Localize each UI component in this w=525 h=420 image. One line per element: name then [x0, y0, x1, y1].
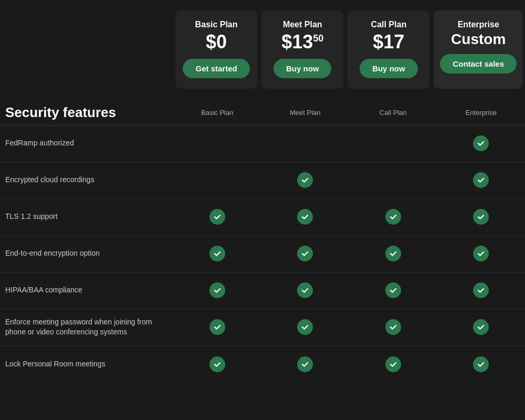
feature-cell-enterprise: [437, 349, 526, 380]
plan-header-call: Call Plan $17 Buy now: [348, 10, 429, 89]
feature-name: TLS 1.2 support: [0, 204, 173, 229]
check-icon: [209, 356, 225, 372]
plan-price-call: $17: [373, 32, 404, 52]
feature-row: FedRamp authorized: [0, 125, 525, 162]
buy-now-call-button[interactable]: Buy now: [360, 59, 418, 78]
check-icon: [385, 282, 401, 298]
feature-cell-call: [349, 238, 437, 269]
header-row: Basic Plan $0 Get started Meet Plan $135…: [0, 0, 525, 94]
feature-cell-meet: [261, 136, 350, 151]
feature-cell-basic: [173, 349, 261, 380]
feature-cell-call: [349, 349, 437, 380]
feature-cell-meet: [261, 202, 350, 232]
section-title-row: Security features Basic Plan Meet Plan C…: [0, 94, 525, 125]
check-icon: [385, 319, 401, 335]
feature-cell-enterprise: [437, 238, 526, 269]
buy-now-meet-button[interactable]: Buy now: [274, 59, 332, 78]
check-icon: [209, 209, 225, 225]
feature-name: Enforce meeting password when joining fr…: [0, 310, 173, 345]
col-label-meet: Meet Plan: [261, 109, 350, 117]
check-icon: [297, 356, 313, 372]
plan-price-enterprise: Custom: [451, 32, 506, 48]
features-container: FedRamp authorized Encrypted cloud recor…: [0, 125, 525, 383]
feature-row: TLS 1.2 support: [0, 199, 525, 236]
feature-cell-meet: [261, 238, 350, 269]
feature-cell-meet: [261, 275, 350, 306]
check-icon: [297, 246, 313, 261]
feature-cell-basic: [173, 202, 261, 232]
feature-row: Enforce meeting password when joining fr…: [0, 309, 525, 346]
feature-row: End-to-end encryption option: [0, 236, 525, 272]
plan-price-basic: $0: [206, 32, 227, 52]
check-icon: [473, 135, 489, 151]
plan-header-enterprise: Enterprise Custom Contact sales: [434, 10, 523, 89]
check-icon: [209, 282, 225, 298]
check-icon: [297, 209, 313, 225]
plan-header-meet: Meet Plan $1350 Buy now: [261, 10, 343, 89]
feature-cell-enterprise: [437, 202, 526, 232]
check-icon: [385, 356, 401, 372]
feature-cell-meet: [261, 349, 350, 380]
feature-cell-call: [349, 275, 437, 306]
col-label-call: Call Plan: [349, 109, 437, 117]
col-label-basic: Basic Plan: [173, 109, 261, 117]
plan-name-basic: Basic Plan: [195, 20, 238, 29]
col-label-enterprise: Enterprise: [437, 109, 526, 117]
check-icon: [473, 282, 489, 298]
check-icon: [473, 356, 489, 372]
feature-cell-enterprise: [437, 128, 526, 159]
check-icon: [385, 246, 401, 261]
check-icon: [473, 209, 489, 225]
feature-cell-basic: [173, 275, 261, 306]
feature-row: HIPAA/BAA compliance: [0, 272, 525, 309]
get-started-button[interactable]: Get started: [183, 59, 249, 78]
feature-cell-basic: [173, 238, 261, 269]
feature-cell-call: [349, 202, 437, 232]
feature-cell-call: [349, 173, 437, 187]
plan-header-basic: Basic Plan $0 Get started: [175, 10, 257, 89]
feature-name: Lock Personal Room meetings: [0, 352, 173, 377]
contact-sales-button[interactable]: Contact sales: [440, 54, 517, 74]
feature-cell-meet: [261, 165, 350, 195]
check-icon: [473, 172, 489, 188]
feature-name: FedRamp authorized: [0, 131, 173, 156]
feature-cell-call: [349, 136, 437, 151]
header-empty-cell: [0, 10, 173, 89]
security-features-title: Security features: [0, 104, 173, 121]
feature-cell-enterprise: [437, 275, 526, 306]
feature-cell-enterprise: [437, 312, 526, 342]
check-icon: [209, 319, 225, 335]
pricing-table: Basic Plan $0 Get started Meet Plan $135…: [0, 0, 525, 383]
check-icon: [473, 319, 489, 335]
check-icon: [297, 172, 313, 188]
feature-name: Encrypted cloud recordings: [0, 167, 173, 193]
feature-cell-enterprise: [437, 165, 526, 195]
feature-row: Encrypted cloud recordings: [0, 162, 525, 199]
feature-cell-basic: [173, 173, 261, 187]
check-icon: [297, 282, 313, 298]
feature-row: Lock Personal Room meetings: [0, 346, 525, 383]
plan-name-call: Call Plan: [371, 20, 407, 29]
feature-cell-basic: [173, 136, 261, 151]
feature-name: End-to-end encryption option: [0, 241, 173, 266]
check-icon: [473, 246, 489, 261]
feature-cell-basic: [173, 312, 261, 342]
check-icon: [385, 209, 401, 225]
feature-cell-meet: [261, 312, 350, 342]
check-icon: [297, 319, 313, 335]
plan-price-meet: $1350: [281, 32, 323, 52]
plan-name-enterprise: Enterprise: [458, 20, 499, 29]
check-icon: [209, 246, 225, 261]
plan-name-meet: Meet Plan: [283, 20, 322, 29]
feature-name: HIPAA/BAA compliance: [0, 278, 173, 303]
feature-cell-call: [349, 312, 437, 342]
